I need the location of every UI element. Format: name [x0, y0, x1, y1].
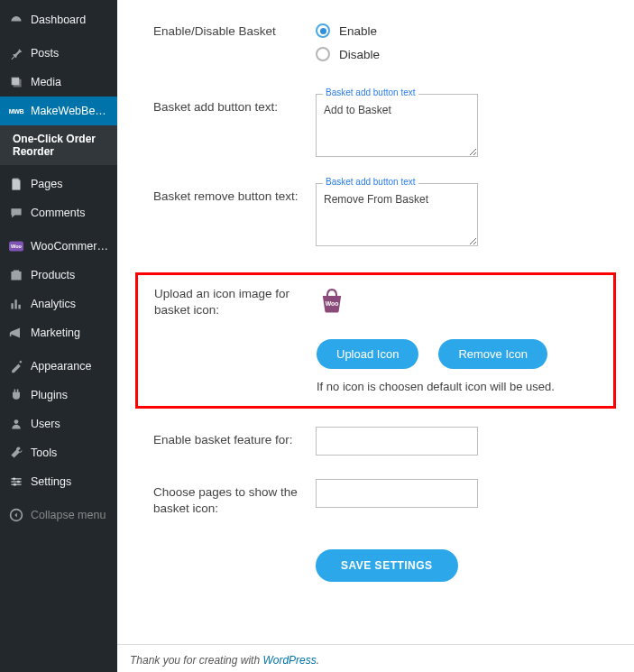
footer-text: Thank you for creating with — [130, 654, 262, 667]
radio-label: Enable — [339, 24, 377, 38]
sidebar: Dashboard Posts Media MWB MakeWebBetter … — [0, 0, 117, 672]
input-enable-for[interactable] — [316, 427, 478, 456]
sidebar-item-comments[interactable]: Comments — [0, 198, 117, 227]
input-choose-pages[interactable] — [316, 479, 478, 508]
products-icon — [9, 268, 23, 282]
row-choose-pages: Choose pages to show the basket icon: — [117, 479, 634, 517]
label-upload: Upload an icon image for basket icon: — [154, 286, 317, 393]
basket-icon-preview: Woo — [317, 286, 347, 315]
sidebar-sub-label: One-Click Order Reorder — [13, 133, 96, 158]
sidebar-label: MakeWebBetter — [31, 105, 108, 117]
row-enable-for: Enable basket feature for: — [117, 427, 634, 456]
media-icon — [9, 75, 23, 89]
tools-icon — [9, 446, 23, 460]
row-save: SAVE SETTINGS — [117, 540, 634, 600]
svg-text:Woo: Woo — [11, 244, 23, 249]
sidebar-label: Posts — [31, 47, 59, 60]
legend-remove: Basket add button text — [323, 177, 418, 187]
radio-enable[interactable]: Enable — [316, 23, 616, 38]
row-add-text: Basket add button text: Basket add butto… — [117, 94, 634, 160]
sidebar-item-pages[interactable]: Pages — [0, 170, 117, 198]
sidebar-item-tools[interactable]: Tools — [0, 438, 117, 467]
sidebar-item-makewebbetter[interactable]: MWB MakeWebBetter — [0, 97, 117, 125]
sidebar-label: Tools — [31, 446, 57, 459]
sidebar-item-plugins[interactable]: Plugins — [0, 381, 117, 410]
label-remove-text: Basket remove button text: — [153, 183, 316, 205]
users-icon — [9, 417, 23, 431]
sidebar-item-collapse[interactable]: Collapse menu — [0, 501, 117, 529]
sidebar-label: Analytics — [31, 298, 76, 310]
settings-form: Enable/Disable Basket Enable Disable Bas… — [117, 0, 634, 600]
row-remove-text: Basket remove button text: Basket add bu… — [117, 183, 634, 249]
upload-hint: If no icon is choosen default icon will … — [317, 380, 555, 393]
svg-point-6 — [13, 477, 15, 480]
svg-point-8 — [14, 483, 16, 486]
settings-icon — [9, 474, 23, 489]
radio-label: Disable — [339, 48, 380, 61]
sidebar-item-marketing[interactable]: Marketing — [0, 318, 117, 347]
sidebar-label: Pages — [31, 178, 62, 190]
textarea-add[interactable] — [316, 94, 478, 157]
footer: Thank you for creating with WordPress. — [117, 644, 634, 672]
save-settings-button[interactable]: SAVE SETTINGS — [316, 549, 458, 582]
sidebar-label: Settings — [31, 475, 71, 488]
sidebar-item-posts[interactable]: Posts — [0, 39, 117, 68]
collapse-icon — [9, 508, 23, 522]
appearance-icon — [9, 359, 23, 373]
pin-icon — [9, 46, 23, 60]
sidebar-item-settings[interactable]: Settings — [0, 467, 117, 496]
sidebar-item-analytics[interactable]: Analytics — [0, 290, 117, 318]
radio-icon — [316, 47, 330, 61]
svg-text:Woo: Woo — [326, 300, 339, 307]
sidebar-label: Plugins — [31, 389, 68, 401]
sidebar-label: WooCommerce — [31, 240, 108, 253]
sidebar-item-products[interactable]: Products — [0, 261, 117, 290]
svg-point-2 — [14, 419, 19, 424]
mwb-icon: MWB — [9, 104, 23, 118]
label-add-text: Basket add button text: — [153, 94, 316, 115]
label-choose-pages: Choose pages to show the basket icon: — [153, 479, 316, 517]
textarea-remove[interactable] — [316, 183, 478, 246]
sidebar-item-media[interactable]: Media — [0, 68, 117, 97]
analytics-icon — [9, 297, 23, 311]
sidebar-item-appearance[interactable]: Appearance — [0, 352, 117, 381]
legend-add: Basket add button text — [323, 87, 418, 97]
sidebar-item-users[interactable]: Users — [0, 410, 117, 438]
sidebar-label: Dashboard — [31, 14, 86, 26]
radio-disable[interactable]: Disable — [316, 47, 616, 61]
sidebar-label: Collapse menu — [31, 509, 106, 521]
sidebar-item-dashboard[interactable]: Dashboard — [0, 5, 117, 34]
plugins-icon — [9, 388, 23, 402]
footer-link[interactable]: WordPress — [262, 654, 316, 667]
label-enable: Enable/Disable Basket — [153, 18, 316, 40]
comments-icon — [9, 206, 23, 220]
woo-icon: Woo — [9, 239, 23, 253]
sidebar-label: Products — [31, 269, 75, 281]
label-enable-for: Enable basket feature for: — [153, 427, 316, 448]
svg-point-7 — [17, 480, 20, 483]
pages-icon — [9, 177, 23, 191]
sidebar-label: Users — [31, 418, 60, 430]
radio-icon — [316, 23, 330, 38]
upload-icon-button[interactable]: Upload Icon — [317, 339, 418, 369]
sidebar-sub-oneclick[interactable]: One-Click Order Reorder — [0, 125, 117, 165]
footer-suffix: . — [317, 654, 319, 667]
dashboard-icon — [9, 13, 23, 27]
remove-icon-button[interactable]: Remove Icon — [438, 339, 547, 369]
highlight-upload-icon: Upload an icon image for basket icon: Wo… — [135, 272, 616, 409]
main: Enable/Disable Basket Enable Disable Bas… — [117, 0, 634, 672]
sidebar-item-woocommerce[interactable]: Woo WooCommerce — [0, 232, 117, 261]
sidebar-label: Comments — [31, 207, 85, 219]
sidebar-label: Appearance — [31, 360, 91, 373]
sidebar-label: Media — [31, 76, 61, 88]
row-enable: Enable/Disable Basket Enable Disable — [117, 18, 634, 70]
sidebar-label: Marketing — [31, 327, 80, 339]
marketing-icon — [9, 326, 23, 340]
app: Dashboard Posts Media MWB MakeWebBetter … — [0, 0, 634, 672]
